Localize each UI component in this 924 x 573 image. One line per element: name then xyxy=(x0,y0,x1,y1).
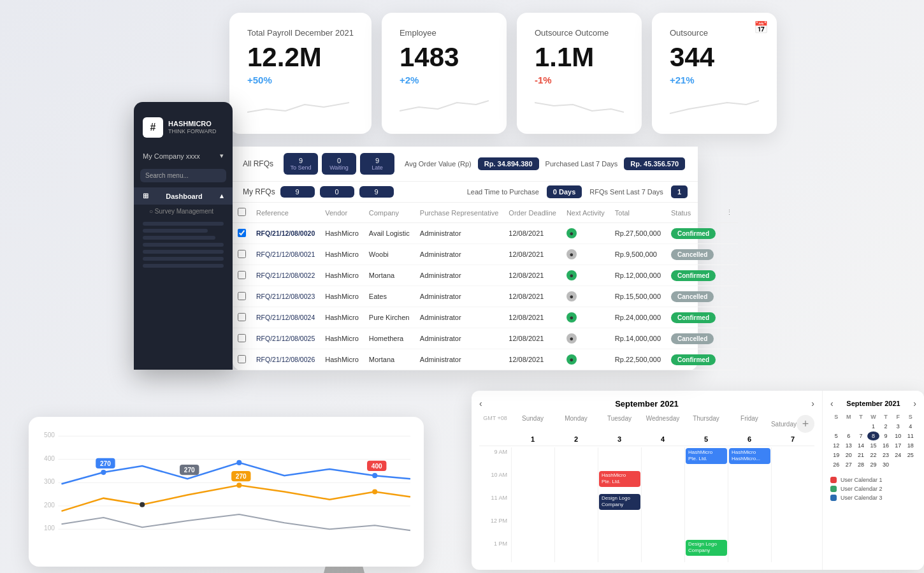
mini-day-17[interactable]: 17 xyxy=(892,441,904,450)
mini-day-13[interactable]: 13 xyxy=(842,441,854,450)
waiting-btn[interactable]: 0 Waiting xyxy=(322,153,356,175)
late-label: Late xyxy=(366,164,388,171)
cell-fri-11am[interactable] xyxy=(728,493,771,516)
mini-day-29[interactable]: 29 xyxy=(867,460,879,469)
late-count: 9 xyxy=(366,157,388,164)
mini-day-12[interactable]: 12 xyxy=(830,441,842,450)
cell-thu-9am[interactable]: HashMicroPte. Ltd. xyxy=(684,447,728,470)
mini-day-21[interactable]: 21 xyxy=(855,451,867,460)
cell-thu-1pm[interactable]: Design LogoCompany xyxy=(684,539,728,562)
mini-day-26[interactable]: 26 xyxy=(830,460,842,469)
cell-tue-1pm[interactable] xyxy=(598,539,641,562)
row-checkbox[interactable] xyxy=(238,355,246,363)
cell-mon-10am[interactable] xyxy=(554,470,598,493)
cell-sat-10am[interactable] xyxy=(771,470,814,493)
cell-sat-9am[interactable] xyxy=(771,447,814,470)
sidebar-logo: # HASHMICRO THINK FORWARD xyxy=(134,112,233,148)
event-hashmicro-fri[interactable]: HashMicroHashMicro... xyxy=(729,448,770,464)
mini-day-30[interactable]: 30 xyxy=(880,460,892,469)
event-design-logo-thu[interactable]: Design LogoCompany xyxy=(686,540,727,556)
row-checkbox[interactable] xyxy=(238,250,246,258)
cell-fri-1pm[interactable] xyxy=(728,539,771,562)
sidebar-sub-survey[interactable]: ○ Survey Management xyxy=(134,205,233,218)
event-hashmicro-thu[interactable]: HashMicroPte. Ltd. xyxy=(686,448,727,464)
employee-sparkline xyxy=(400,93,489,119)
mini-day-6[interactable]: 6 xyxy=(842,432,854,440)
cell-sat-11am[interactable] xyxy=(771,493,814,516)
cell-mon-11am[interactable] xyxy=(554,493,598,516)
cell-sun-1pm[interactable] xyxy=(511,539,554,562)
mini-day-19[interactable]: 19 xyxy=(830,451,842,460)
my-to-send-btn[interactable]: 9 xyxy=(280,186,315,198)
mini-day-9[interactable]: 9 xyxy=(880,432,892,440)
cell-wed-11am[interactable] xyxy=(641,493,684,516)
sidebar-search[interactable]: Search menu... xyxy=(140,169,226,182)
cell-sat-1pm[interactable] xyxy=(771,539,814,562)
cell-sun-9am[interactable] xyxy=(511,447,554,470)
cell-sat-12pm[interactable] xyxy=(771,516,814,539)
mini-day-18[interactable]: 18 xyxy=(905,441,916,450)
mini-day-10[interactable]: 10 xyxy=(892,432,904,440)
row-checkbox[interactable] xyxy=(238,313,246,321)
mini-day-22[interactable]: 22 xyxy=(867,451,879,460)
mini-day-11[interactable]: 11 xyxy=(905,432,916,440)
row-checkbox[interactable] xyxy=(238,271,246,279)
cell-wed-12pm[interactable] xyxy=(641,516,684,539)
cell-sun-10am[interactable] xyxy=(511,470,554,493)
cell-tue-12pm[interactable] xyxy=(598,516,641,539)
cell-sun-12pm[interactable] xyxy=(511,516,554,539)
mini-day-2[interactable]: 2 xyxy=(880,422,892,431)
mini-day-7[interactable]: 7 xyxy=(855,432,867,440)
mini-day-8-today[interactable]: 8 xyxy=(867,432,879,440)
my-late-btn[interactable]: 9 xyxy=(359,186,394,198)
row-checkbox[interactable] xyxy=(238,292,246,300)
mini-day-4[interactable]: 4 xyxy=(905,422,916,431)
cell-tue-11am[interactable]: Design LogoCompany xyxy=(598,493,641,516)
late-btn[interactable]: 9 Late xyxy=(360,153,394,175)
mini-day-3[interactable]: 3 xyxy=(892,422,904,431)
mini-day-24[interactable]: 24 xyxy=(892,451,904,460)
mini-day-16[interactable]: 16 xyxy=(880,441,892,450)
sidebar-item-dashboard[interactable]: ⊞ Dashboard ▴ xyxy=(134,187,233,205)
row-checkbox[interactable] xyxy=(238,334,246,342)
cell-thu-11am[interactable] xyxy=(684,493,728,516)
to-send-btn[interactable]: 9 To Send xyxy=(284,153,318,175)
cal-prev-btn[interactable]: ‹ xyxy=(479,398,482,409)
mini-day-20[interactable]: 20 xyxy=(842,451,854,460)
row-checkbox[interactable] xyxy=(238,229,246,237)
cell-mon-9am[interactable] xyxy=(554,447,598,470)
cell-fri-10am[interactable] xyxy=(728,470,771,493)
cell-sun-11am[interactable] xyxy=(511,493,554,516)
mini-day-28[interactable]: 28 xyxy=(855,460,867,469)
cell-wed-10am[interactable] xyxy=(641,470,684,493)
select-all-checkbox[interactable] xyxy=(238,208,246,216)
cell-wed-9am[interactable] xyxy=(641,447,684,470)
mini-day-14[interactable]: 14 xyxy=(855,441,867,450)
mini-day-1[interactable]: 1 xyxy=(867,422,879,431)
cell-tue-10am[interactable]: HashMicroPte. Ltd. xyxy=(598,470,641,493)
cell-mon-1pm[interactable] xyxy=(554,539,598,562)
event-design-logo-tue[interactable]: Design LogoCompany xyxy=(599,494,640,510)
stat-card-outsource-outcome: Outsource Outcome 1.1M -1% xyxy=(517,13,642,134)
menu-line-5 xyxy=(143,250,224,254)
sidebar-company[interactable]: My Company xxxx ▾ xyxy=(134,148,233,164)
cell-thu-12pm[interactable] xyxy=(684,516,728,539)
cell-mon-12pm[interactable] xyxy=(554,516,598,539)
cell-thu-10am[interactable] xyxy=(684,470,728,493)
mini-day-25[interactable]: 25 xyxy=(905,451,916,460)
cell-tue-9am[interactable] xyxy=(598,447,641,470)
event-hashmicro-tue-10am[interactable]: HashMicroPte. Ltd. xyxy=(599,471,640,487)
cal-next-btn[interactable]: › xyxy=(811,398,814,409)
cell-fri-9am[interactable]: HashMicroHashMicro... xyxy=(728,447,771,470)
mini-day-5[interactable]: 5 xyxy=(830,432,842,440)
cell-fri-12pm[interactable] xyxy=(728,516,771,539)
cell-wed-1pm[interactable] xyxy=(641,539,684,562)
my-rfqs-row: My RFQs 9 0 9 Lead Time to Purchase 0 Da… xyxy=(233,182,698,203)
mini-day-15[interactable]: 15 xyxy=(867,441,879,450)
mini-day-23[interactable]: 23 xyxy=(880,451,892,460)
mini-day-27[interactable]: 27 xyxy=(842,460,854,469)
cal-add-event-btn[interactable]: + xyxy=(797,415,814,433)
mini-cal-prev-btn[interactable]: ‹ xyxy=(830,398,834,409)
mini-cal-next-btn[interactable]: › xyxy=(913,398,916,409)
my-waiting-btn[interactable]: 0 xyxy=(320,186,354,198)
